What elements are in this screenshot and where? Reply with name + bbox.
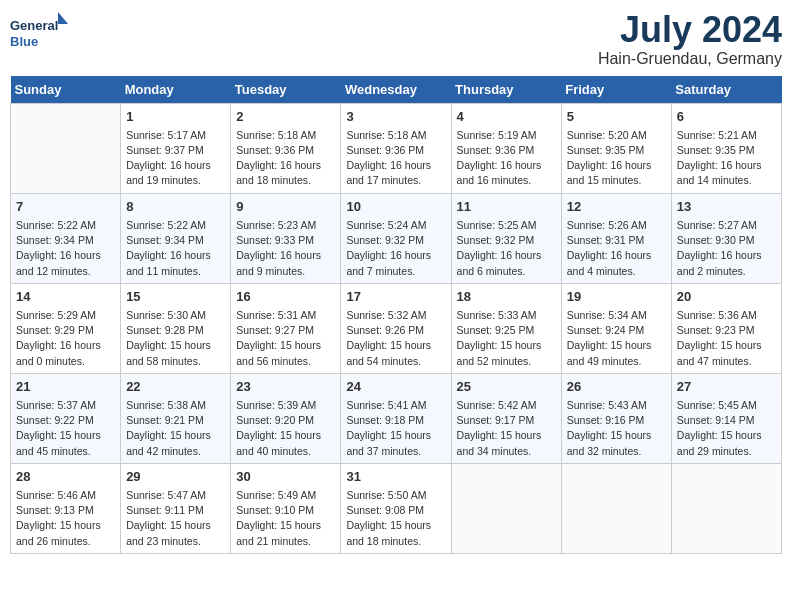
calendar-table: SundayMondayTuesdayWednesdayThursdayFrid…	[10, 76, 782, 554]
calendar-cell	[561, 463, 671, 553]
day-number: 14	[16, 288, 115, 306]
day-number: 11	[457, 198, 556, 216]
calendar-cell: 31Sunrise: 5:50 AM Sunset: 9:08 PM Dayli…	[341, 463, 451, 553]
calendar-cell: 24Sunrise: 5:41 AM Sunset: 9:18 PM Dayli…	[341, 373, 451, 463]
day-info: Sunrise: 5:43 AM Sunset: 9:16 PM Dayligh…	[567, 398, 666, 459]
day-number: 3	[346, 108, 445, 126]
logo: General Blue	[10, 10, 70, 55]
calendar-cell: 18Sunrise: 5:33 AM Sunset: 9:25 PM Dayli…	[451, 283, 561, 373]
day-number: 28	[16, 468, 115, 486]
calendar-cell: 26Sunrise: 5:43 AM Sunset: 9:16 PM Dayli…	[561, 373, 671, 463]
day-info: Sunrise: 5:36 AM Sunset: 9:23 PM Dayligh…	[677, 308, 776, 369]
day-info: Sunrise: 5:45 AM Sunset: 9:14 PM Dayligh…	[677, 398, 776, 459]
weekday-header-wednesday: Wednesday	[341, 76, 451, 104]
calendar-cell: 5Sunrise: 5:20 AM Sunset: 9:35 PM Daylig…	[561, 103, 671, 193]
calendar-cell: 8Sunrise: 5:22 AM Sunset: 9:34 PM Daylig…	[121, 193, 231, 283]
weekday-header-tuesday: Tuesday	[231, 76, 341, 104]
day-number: 29	[126, 468, 225, 486]
day-info: Sunrise: 5:24 AM Sunset: 9:32 PM Dayligh…	[346, 218, 445, 279]
day-info: Sunrise: 5:23 AM Sunset: 9:33 PM Dayligh…	[236, 218, 335, 279]
day-info: Sunrise: 5:31 AM Sunset: 9:27 PM Dayligh…	[236, 308, 335, 369]
logo-svg: General Blue	[10, 10, 70, 55]
day-number: 24	[346, 378, 445, 396]
day-number: 31	[346, 468, 445, 486]
calendar-cell: 28Sunrise: 5:46 AM Sunset: 9:13 PM Dayli…	[11, 463, 121, 553]
day-info: Sunrise: 5:21 AM Sunset: 9:35 PM Dayligh…	[677, 128, 776, 189]
calendar-cell: 21Sunrise: 5:37 AM Sunset: 9:22 PM Dayli…	[11, 373, 121, 463]
day-info: Sunrise: 5:50 AM Sunset: 9:08 PM Dayligh…	[346, 488, 445, 549]
day-number: 16	[236, 288, 335, 306]
day-info: Sunrise: 5:39 AM Sunset: 9:20 PM Dayligh…	[236, 398, 335, 459]
day-number: 10	[346, 198, 445, 216]
calendar-cell: 3Sunrise: 5:18 AM Sunset: 9:36 PM Daylig…	[341, 103, 451, 193]
day-info: Sunrise: 5:30 AM Sunset: 9:28 PM Dayligh…	[126, 308, 225, 369]
day-info: Sunrise: 5:26 AM Sunset: 9:31 PM Dayligh…	[567, 218, 666, 279]
calendar-cell: 16Sunrise: 5:31 AM Sunset: 9:27 PM Dayli…	[231, 283, 341, 373]
day-info: Sunrise: 5:18 AM Sunset: 9:36 PM Dayligh…	[236, 128, 335, 189]
day-number: 26	[567, 378, 666, 396]
day-number: 17	[346, 288, 445, 306]
day-number: 8	[126, 198, 225, 216]
calendar-cell: 20Sunrise: 5:36 AM Sunset: 9:23 PM Dayli…	[671, 283, 781, 373]
svg-text:General: General	[10, 18, 58, 33]
svg-marker-2	[58, 12, 68, 24]
calendar-cell: 22Sunrise: 5:38 AM Sunset: 9:21 PM Dayli…	[121, 373, 231, 463]
day-number: 21	[16, 378, 115, 396]
day-number: 25	[457, 378, 556, 396]
day-info: Sunrise: 5:22 AM Sunset: 9:34 PM Dayligh…	[16, 218, 115, 279]
calendar-cell: 23Sunrise: 5:39 AM Sunset: 9:20 PM Dayli…	[231, 373, 341, 463]
weekday-header-monday: Monday	[121, 76, 231, 104]
svg-text:Blue: Blue	[10, 34, 38, 49]
calendar-cell: 30Sunrise: 5:49 AM Sunset: 9:10 PM Dayli…	[231, 463, 341, 553]
day-number: 1	[126, 108, 225, 126]
day-number: 30	[236, 468, 335, 486]
day-info: Sunrise: 5:29 AM Sunset: 9:29 PM Dayligh…	[16, 308, 115, 369]
day-info: Sunrise: 5:49 AM Sunset: 9:10 PM Dayligh…	[236, 488, 335, 549]
calendar-cell: 13Sunrise: 5:27 AM Sunset: 9:30 PM Dayli…	[671, 193, 781, 283]
calendar-cell: 9Sunrise: 5:23 AM Sunset: 9:33 PM Daylig…	[231, 193, 341, 283]
day-number: 23	[236, 378, 335, 396]
calendar-cell: 7Sunrise: 5:22 AM Sunset: 9:34 PM Daylig…	[11, 193, 121, 283]
calendar-cell: 19Sunrise: 5:34 AM Sunset: 9:24 PM Dayli…	[561, 283, 671, 373]
day-number: 15	[126, 288, 225, 306]
day-number: 13	[677, 198, 776, 216]
weekday-header-saturday: Saturday	[671, 76, 781, 104]
day-info: Sunrise: 5:17 AM Sunset: 9:37 PM Dayligh…	[126, 128, 225, 189]
day-info: Sunrise: 5:47 AM Sunset: 9:11 PM Dayligh…	[126, 488, 225, 549]
weekday-header-thursday: Thursday	[451, 76, 561, 104]
day-info: Sunrise: 5:37 AM Sunset: 9:22 PM Dayligh…	[16, 398, 115, 459]
calendar-cell: 4Sunrise: 5:19 AM Sunset: 9:36 PM Daylig…	[451, 103, 561, 193]
calendar-cell: 2Sunrise: 5:18 AM Sunset: 9:36 PM Daylig…	[231, 103, 341, 193]
day-info: Sunrise: 5:34 AM Sunset: 9:24 PM Dayligh…	[567, 308, 666, 369]
day-number: 7	[16, 198, 115, 216]
week-row-1: 1Sunrise: 5:17 AM Sunset: 9:37 PM Daylig…	[11, 103, 782, 193]
day-info: Sunrise: 5:32 AM Sunset: 9:26 PM Dayligh…	[346, 308, 445, 369]
calendar-cell	[451, 463, 561, 553]
calendar-cell: 1Sunrise: 5:17 AM Sunset: 9:37 PM Daylig…	[121, 103, 231, 193]
day-number: 12	[567, 198, 666, 216]
calendar-cell: 17Sunrise: 5:32 AM Sunset: 9:26 PM Dayli…	[341, 283, 451, 373]
day-number: 2	[236, 108, 335, 126]
day-info: Sunrise: 5:46 AM Sunset: 9:13 PM Dayligh…	[16, 488, 115, 549]
day-number: 9	[236, 198, 335, 216]
day-info: Sunrise: 5:19 AM Sunset: 9:36 PM Dayligh…	[457, 128, 556, 189]
day-info: Sunrise: 5:33 AM Sunset: 9:25 PM Dayligh…	[457, 308, 556, 369]
day-number: 19	[567, 288, 666, 306]
day-number: 4	[457, 108, 556, 126]
day-info: Sunrise: 5:41 AM Sunset: 9:18 PM Dayligh…	[346, 398, 445, 459]
calendar-cell: 14Sunrise: 5:29 AM Sunset: 9:29 PM Dayli…	[11, 283, 121, 373]
calendar-cell: 6Sunrise: 5:21 AM Sunset: 9:35 PM Daylig…	[671, 103, 781, 193]
weekday-header-friday: Friday	[561, 76, 671, 104]
calendar-cell: 12Sunrise: 5:26 AM Sunset: 9:31 PM Dayli…	[561, 193, 671, 283]
day-info: Sunrise: 5:22 AM Sunset: 9:34 PM Dayligh…	[126, 218, 225, 279]
day-number: 22	[126, 378, 225, 396]
calendar-cell: 29Sunrise: 5:47 AM Sunset: 9:11 PM Dayli…	[121, 463, 231, 553]
week-row-5: 28Sunrise: 5:46 AM Sunset: 9:13 PM Dayli…	[11, 463, 782, 553]
week-row-3: 14Sunrise: 5:29 AM Sunset: 9:29 PM Dayli…	[11, 283, 782, 373]
day-number: 6	[677, 108, 776, 126]
week-row-2: 7Sunrise: 5:22 AM Sunset: 9:34 PM Daylig…	[11, 193, 782, 283]
day-number: 18	[457, 288, 556, 306]
title-block: July 2024 Hain-Gruendau, Germany	[598, 10, 782, 68]
week-row-4: 21Sunrise: 5:37 AM Sunset: 9:22 PM Dayli…	[11, 373, 782, 463]
calendar-cell: 25Sunrise: 5:42 AM Sunset: 9:17 PM Dayli…	[451, 373, 561, 463]
